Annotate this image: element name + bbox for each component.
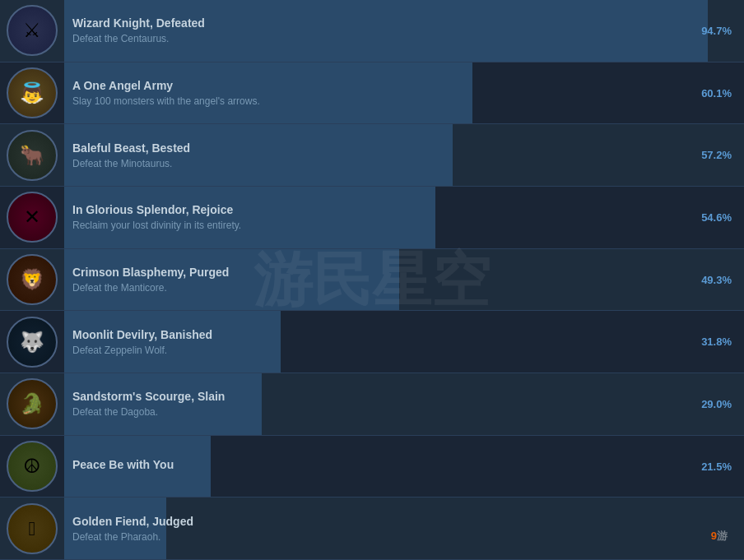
icon-circle: ⚔: [7, 5, 58, 56]
achievement-percent: 94.7%: [695, 25, 732, 37]
achievement-row[interactable]: 🐊Sandstorm's Scourge, SlainDefeat the Da…: [0, 373, 744, 436]
achievement-row[interactable]: 🐺Moonlit Devilry, BanishedDefeat Zeppeli…: [0, 311, 744, 373]
achievement-row[interactable]: 𓁿Golden Fiend, JudgedDefeat the Pharaoh.: [0, 498, 744, 560]
achievement-description: Reclaim your lost divinity in its entire…: [72, 220, 686, 231]
achievement-percent: 21.5%: [695, 460, 732, 473]
achievement-content: Baleful Beast, BestedDefeat the Minotaur…: [64, 135, 695, 176]
achievement-title: Moonlit Devilry, Banished: [72, 328, 686, 341]
achievement-description: Defeat Zeppelin Wolf.: [72, 345, 686, 356]
icon-circle: ☮: [7, 441, 58, 492]
achievement-content: Crimson Blasphemy, PurgedDefeat the Mant…: [64, 259, 695, 300]
achievement-icon: 🦁: [4, 252, 60, 308]
achievement-title: Wizard Knight, Defeated: [72, 16, 686, 30]
achievement-description: Defeat the Dagoba.: [72, 406, 686, 418]
achievement-description: Defeat the Centaurus.: [72, 33, 686, 44]
achievement-icon: ⚔: [4, 2, 60, 58]
achievement-icon: 🐂: [4, 127, 60, 183]
achievement-percent: 57.2%: [695, 149, 732, 161]
achievement-row[interactable]: 🦁Crimson Blasphemy, PurgedDefeat the Man…: [0, 249, 744, 312]
achievement-row[interactable]: 👼A One Angel ArmySlay 100 monsters with …: [0, 62, 744, 125]
achievement-content: Sandstorm's Scourge, SlainDefeat the Dag…: [64, 383, 695, 424]
achievement-percent: 54.6%: [695, 211, 732, 224]
achievement-row[interactable]: ☮Peace Be with You21.5%: [0, 436, 744, 498]
achievement-icon: ✕: [4, 189, 60, 245]
achievement-percent: 31.8%: [695, 336, 732, 348]
icon-circle: 👼: [7, 67, 58, 118]
achievement-description: Defeat the Manticore.: [72, 282, 686, 294]
achievement-percent: 49.3%: [695, 274, 732, 286]
icon-circle: 🐊: [7, 378, 58, 429]
achievements-list: ⚔Wizard Knight, DefeatedDefeat the Centa…: [0, 0, 744, 560]
achievement-title: Golden Fiend, Judged: [72, 515, 736, 528]
achievement-percent: 29.0%: [695, 398, 732, 410]
achievement-title: Sandstorm's Scourge, Slain: [72, 390, 686, 403]
achievement-description: Defeat the Minotaurus.: [72, 158, 686, 169]
achievement-percent: 60.1%: [695, 87, 732, 100]
achievement-content: Golden Fiend, JudgedDefeat the Pharaoh.: [64, 508, 744, 549]
achievement-icon: 𓁿: [4, 501, 60, 557]
achievement-content: In Glorious Splendor, RejoiceReclaim you…: [64, 197, 695, 238]
achievement-title: A One Angel Army: [72, 79, 686, 92]
achievement-title: Baleful Beast, Bested: [72, 141, 686, 155]
achievement-content: A One Angel ArmySlay 100 monsters with t…: [64, 72, 695, 113]
icon-circle: 🐺: [7, 317, 58, 368]
achievement-row[interactable]: ⚔Wizard Knight, DefeatedDefeat the Centa…: [0, 0, 744, 62]
achievement-title: In Glorious Splendor, Rejoice: [72, 203, 686, 216]
achievement-icon: 🐺: [4, 314, 60, 370]
achievement-row[interactable]: ✕In Glorious Splendor, RejoiceReclaim yo…: [0, 187, 744, 249]
icon-circle: 𓁿: [7, 503, 58, 554]
achievement-title: Peace Be with You: [72, 458, 686, 471]
achievement-content: Moonlit Devilry, BanishedDefeat Zeppelin…: [64, 322, 695, 363]
achievement-title: Crimson Blasphemy, Purged: [72, 266, 686, 279]
achievement-description: Slay 100 monsters with the angel's arrow…: [72, 95, 686, 107]
icon-circle: 🦁: [7, 254, 58, 305]
achievement-row[interactable]: 🐂Baleful Beast, BestedDefeat the Minotau…: [0, 124, 744, 187]
achievement-icon: 👼: [4, 65, 60, 121]
icon-circle: 🐂: [7, 130, 58, 181]
achievement-content: Peace Be with You: [64, 451, 695, 481]
achievement-description: Defeat the Pharaoh.: [72, 531, 736, 543]
achievement-icon: ☮: [4, 438, 60, 494]
achievement-content: Wizard Knight, DefeatedDefeat the Centau…: [64, 10, 695, 51]
icon-circle: ✕: [7, 192, 58, 243]
achievement-icon: 🐊: [4, 376, 60, 432]
